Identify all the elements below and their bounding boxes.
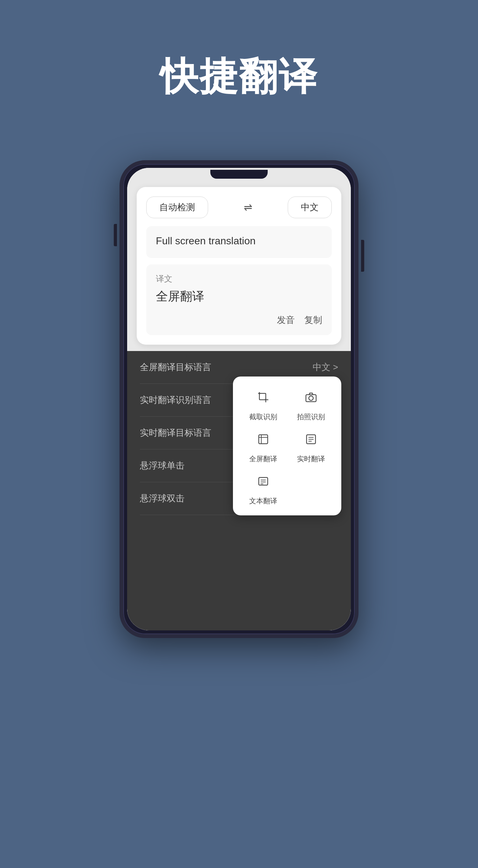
settings-area: 全屏翻译目标语言 中文 > 实时翻译识别语言 实时翻译目标语言 (127, 351, 351, 630)
phone-notch (210, 170, 268, 179)
camera-icon (300, 386, 322, 408)
realtime-label: 实时翻译 (297, 454, 325, 464)
svg-point-6 (309, 396, 313, 400)
copy-button[interactable]: 复制 (304, 314, 322, 326)
quick-action-camera[interactable]: 拍照识别 (290, 386, 332, 422)
quick-action-fullscreen[interactable]: 全屏翻译 (242, 428, 284, 464)
swap-icon[interactable]: ⇌ (244, 201, 252, 213)
settings-item-label-realtime-target: 实时翻译目标语言 (140, 427, 211, 439)
result-label: 译文 (156, 273, 322, 284)
camera-label: 拍照识别 (297, 412, 325, 422)
pronounce-button[interactable]: 发音 (277, 314, 295, 326)
fullscreen-label: 全屏翻译 (249, 454, 277, 464)
result-text: 全屏翻译 (156, 288, 322, 305)
text-icon (252, 470, 274, 492)
svg-rect-0 (260, 393, 266, 400)
source-lang-button[interactable]: 自动检测 (146, 196, 208, 218)
quick-action-text[interactable]: 文本翻译 (242, 470, 284, 506)
phone-frame: 自动检测 ⇌ 中文 Full screen translation 译文 全屏翻… (119, 160, 359, 638)
svg-rect-7 (259, 435, 268, 444)
translation-result: 译文 全屏翻译 发音 复制 (146, 265, 332, 335)
fullscreen-icon (252, 428, 274, 451)
crop-label: 截取识别 (249, 412, 277, 422)
input-text[interactable]: Full screen translation (146, 226, 332, 258)
settings-item-label-float-single: 悬浮球单击 (140, 460, 184, 472)
target-lang-button[interactable]: 中文 (288, 196, 332, 218)
settings-item-value-fullscreen-target: 中文 > (312, 361, 338, 373)
page-title: 快捷翻译 (160, 51, 318, 103)
translation-card: 自动检测 ⇌ 中文 Full screen translation 译文 全屏翻… (137, 187, 341, 345)
phone-mockup: 自动检测 ⇌ 中文 Full screen translation 译文 全屏翻… (119, 160, 359, 829)
settings-item-label-realtime-source: 实时翻译识别语言 (140, 394, 211, 406)
settings-item-label-float-double: 悬浮球双击 (140, 492, 184, 504)
realtime-icon (300, 428, 322, 451)
lang-selector-row: 自动检测 ⇌ 中文 (146, 196, 332, 218)
result-actions: 发音 复制 (156, 314, 322, 326)
quick-action-crop[interactable]: 截取识别 (242, 386, 284, 422)
phone-side-button-left (114, 224, 117, 246)
crop-icon (252, 386, 274, 408)
quick-action-popup: 截取识别 拍照识别 (233, 376, 341, 516)
quick-action-realtime[interactable]: 实时翻译 (290, 428, 332, 464)
settings-item-label-fullscreen-target: 全屏翻译目标语言 (140, 361, 211, 373)
phone-screen: 自动检测 ⇌ 中文 Full screen translation 译文 全屏翻… (127, 168, 351, 630)
text-label: 文本翻译 (249, 496, 277, 506)
screen-content: 自动检测 ⇌ 中文 Full screen translation 译文 全屏翻… (127, 168, 351, 630)
phone-side-button-right (361, 240, 364, 272)
